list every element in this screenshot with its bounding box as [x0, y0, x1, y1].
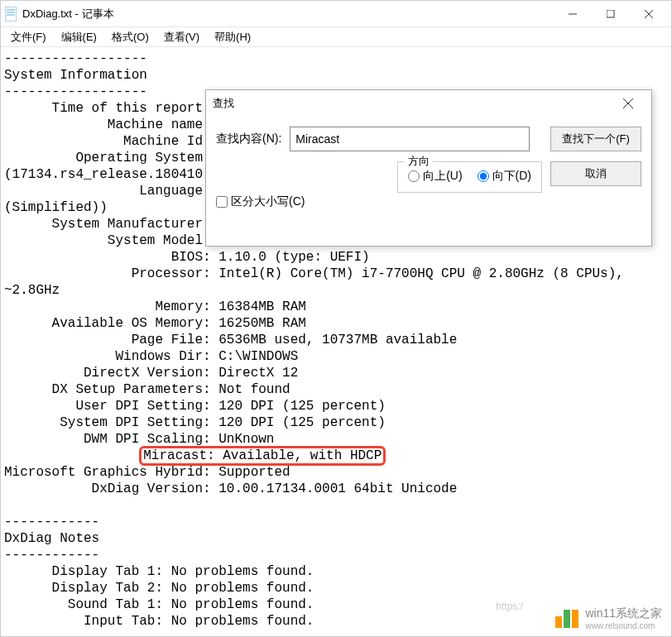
match-case-label: 区分大小写(C): [231, 194, 305, 209]
text-line: System Information: [4, 68, 147, 83]
window-controls: [554, 2, 668, 26]
find-input[interactable]: [290, 127, 530, 151]
watermark-sub: www.relsound.com: [585, 621, 662, 630]
text-line: BIOS: 1.10.0 (type: UEFI): [4, 250, 370, 265]
text-line: ------------------: [4, 84, 147, 99]
text-line: Language: [4, 184, 203, 199]
text-line: DX Setup Parameters: Not found: [4, 382, 290, 397]
text-line: ------------: [4, 515, 99, 529]
find-dialog-titlebar: 查找: [206, 90, 651, 117]
find-dialog-title: 查找: [213, 96, 612, 111]
text-line: Time of this report: [4, 101, 203, 116]
text-line: Input Tab: No problems found.: [4, 614, 314, 629]
notepad-icon: [4, 6, 17, 22]
footer-url: https:/: [496, 601, 523, 612]
menu-format[interactable]: 格式(O): [105, 28, 156, 46]
watermark: win11系统之家 www.relsound.com: [555, 606, 662, 630]
direction-legend: 方向: [405, 154, 433, 169]
text-line: Display Tab 2: No problems found.: [4, 581, 314, 596]
direction-up-input[interactable]: [408, 170, 420, 182]
text-line: Display Tab 1: No problems found.: [4, 564, 314, 579]
text-line: Processor: Intel(R) Core(TM) i7-7700HQ C…: [4, 266, 624, 281]
direction-down-label: 向下(D): [492, 169, 531, 184]
text-line: System Model: [4, 233, 203, 248]
menu-edit[interactable]: 编辑(E): [55, 28, 103, 46]
watermark-text: win11系统之家: [585, 606, 662, 620]
cancel-label: 取消: [585, 166, 607, 181]
window-title: DxDiag.txt - 记事本: [22, 7, 554, 22]
find-next-button[interactable]: 查找下一个(F): [550, 127, 641, 151]
menu-file[interactable]: 文件(F): [4, 28, 53, 46]
match-case-input[interactable]: [216, 196, 228, 208]
find-label: 查找内容(N):: [216, 127, 281, 146]
text-line: Windows Dir: C:\WINDOWS: [4, 349, 298, 364]
text-line: DirectX Version: DirectX 12: [4, 366, 298, 381]
text-line: Available OS Memory: 16250MB RAM: [4, 316, 306, 331]
find-dialog-body: 查找内容(N): 查找下一个(F) 区分大小写(C) 方向 向上(U) 向下(D…: [206, 117, 651, 219]
text-line: DWM DPI Scaling: UnKnown: [4, 432, 274, 447]
text-line: Microsoft Graphics Hybrid: Supported: [4, 465, 290, 480]
maximize-button[interactable]: [592, 2, 630, 26]
watermark-text-block: win11系统之家 www.relsound.com: [585, 606, 662, 630]
text-line: DxDiag Version: 10.00.17134.0001 64bit U…: [4, 481, 457, 496]
match-case-checkbox[interactable]: 区分大小写(C): [216, 194, 305, 209]
menu-help[interactable]: 帮助(H): [208, 28, 257, 46]
text-line: ------------------: [4, 51, 147, 66]
text-line: ~2.8GHz: [4, 283, 60, 298]
svg-rect-5: [607, 10, 614, 17]
menubar: 文件(F) 编辑(E) 格式(O) 查看(V) 帮助(H): [1, 27, 671, 47]
text-line: System Manufacturer: [4, 217, 203, 232]
text-line: User DPI Setting: 120 DPI (125 percent): [4, 399, 386, 414]
text-line: [4, 448, 139, 463]
text-line: Page File: 6536MB used, 10737MB availabl…: [4, 333, 457, 347]
text-line: Operating System: [4, 151, 203, 165]
find-options-row: 区分大小写(C) 方向 向上(U) 向下(D): [216, 161, 542, 209]
direction-up-label: 向上(U): [423, 169, 462, 184]
text-line: (Simplified)): [4, 200, 108, 215]
text-line: (17134.rs4_release.180410: [4, 167, 203, 182]
titlebar: DxDiag.txt - 记事本: [1, 1, 671, 27]
direction-down-radio[interactable]: 向下(D): [478, 169, 531, 184]
direction-down-input[interactable]: [478, 170, 489, 182]
find-dialog: 查找 查找内容(N): 查找下一个(F) 区分大小写(C) 方向 向上(U) 向…: [205, 89, 652, 247]
minimize-button[interactable]: [554, 2, 592, 26]
menu-view[interactable]: 查看(V): [157, 28, 206, 46]
watermark-icon: [555, 610, 578, 628]
text-line: ------------: [4, 548, 99, 563]
text-line: Machine Id: [4, 134, 203, 149]
direction-up-radio[interactable]: 向上(U): [408, 169, 462, 184]
text-line: System DPI Setting: 120 DPI (125 percent…: [4, 415, 386, 430]
miracast-highlight: Miracast: Available, with HDCP: [139, 446, 386, 466]
text-line: Memory: 16384MB RAM: [4, 299, 306, 314]
direction-group: 方向 向上(U) 向下(D): [397, 161, 542, 193]
cancel-button[interactable]: 取消: [550, 161, 641, 186]
text-line: DxDiag Notes: [4, 531, 99, 546]
text-line: Sound Tab 1: No problems found.: [4, 597, 314, 612]
svg-rect-0: [5, 7, 17, 22]
find-next-label: 查找下一个(F): [562, 132, 630, 146]
close-button[interactable]: [630, 2, 668, 26]
find-dialog-close-button[interactable]: [612, 92, 645, 115]
text-line: Machine name: [4, 117, 203, 132]
